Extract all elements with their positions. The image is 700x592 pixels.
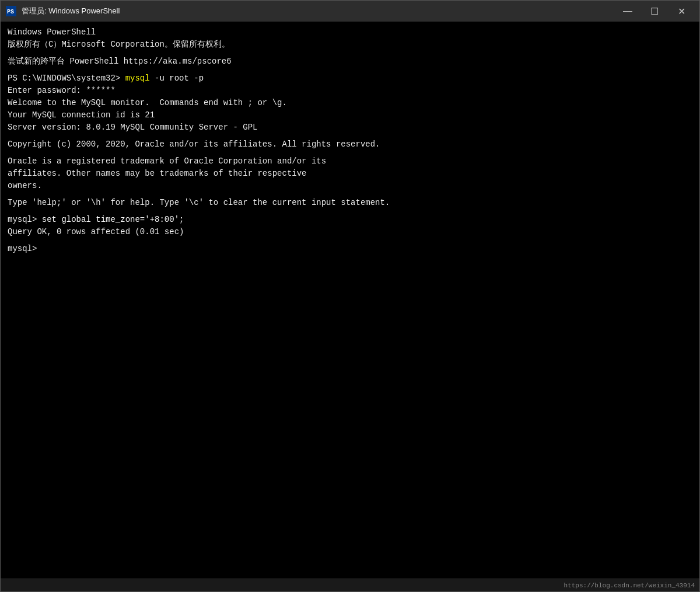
terminal-line: 版权所有（C）Microsoft Corporation。保留所有权利。 [8,39,692,51]
terminal-mysql-prompt: mysql> [8,243,692,255]
terminal-line: Oracle is a registered trademark of Orac… [8,155,692,168]
ps-prompt: PS C:\WINDOWS\system32> [8,74,125,83]
close-button[interactable]: ✕ [668,1,695,22]
terminal-body[interactable]: Windows PowerShell 版权所有（C）Microsoft Corp… [1,22,699,579]
terminal-line: Server version: 8.0.19 MySQL Community S… [8,121,692,134]
terminal-mysql-command: mysql> set global time_zone='+8:00'; [8,214,692,226]
terminal-line: Type 'help;' or '\h' for help. Type '\c'… [8,197,692,209]
mysql-cmd-text: set global time_zone='+8:00'; [42,215,184,224]
minimize-button[interactable]: — [614,1,641,22]
status-bar: https://blog.csdn.net/weixin_43914 [1,579,699,591]
terminal-line: 尝试新的跨平台 PowerShell https://aka.ms/pscore… [8,55,692,68]
terminal-line: Copyright (c) 2000, 2020, Oracle and/or … [8,138,692,151]
window-title: 管理员: Windows PowerShell [22,6,614,16]
terminal-line: Enter password: ****** [8,85,692,97]
terminal-line: Your MySQL connection id is 21 [8,109,692,121]
mysql-prompt: mysql> [8,215,42,224]
status-url: https://blog.csdn.net/weixin_43914 [564,582,695,589]
powershell-window: PS 管理员: Windows PowerShell — ☐ ✕ Windows… [0,0,700,592]
svg-text:PS: PS [7,9,14,15]
mysql-prompt-only: mysql> [8,244,42,253]
title-bar: PS 管理员: Windows PowerShell — ☐ ✕ [1,1,699,22]
terminal-line: Welcome to the MySQL monitor. Commands e… [8,97,692,109]
terminal-line: Windows PowerShell [8,26,692,39]
maximize-button[interactable]: ☐ [641,1,668,22]
terminal-line: affiliates. Other names may be trademark… [8,168,692,180]
terminal-line: Query OK, 0 rows affected (0.01 sec) [8,226,692,238]
ps-cmd-text: mysql [125,74,150,83]
powershell-icon: PS [5,5,17,17]
terminal-ps-command: PS C:\WINDOWS\system32> mysql -u root -p [8,72,692,85]
window-controls: — ☐ ✕ [614,1,695,22]
ps-cmd-args: -u root -p [150,74,204,83]
terminal-line: owners. [8,180,692,192]
